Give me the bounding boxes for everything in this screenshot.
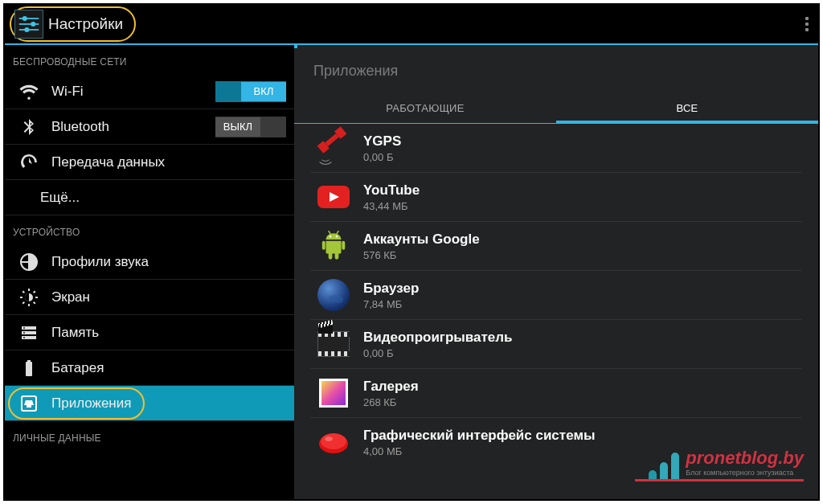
- svg-point-3: [31, 22, 35, 27]
- svg-rect-22: [26, 362, 32, 376]
- app-name: Аккаунты Google: [363, 232, 802, 248]
- storage-icon: [19, 323, 39, 342]
- app-name: Галерея: [363, 379, 802, 395]
- app-row-browser[interactable]: Браузер 7,84 МБ: [310, 271, 802, 320]
- wifi-label: Wi-Fi: [51, 84, 215, 100]
- app-size: 0,00 Б: [363, 151, 802, 163]
- sidebar-item-more[interactable]: Ещё...: [5, 180, 294, 215]
- bluetooth-toggle[interactable]: ВЫКЛ: [215, 117, 286, 137]
- video-player-icon: [317, 327, 350, 361]
- youtube-icon: [317, 180, 350, 214]
- display-label: Экран: [51, 289, 286, 305]
- svg-rect-23: [27, 360, 31, 362]
- svg-line-11: [34, 301, 35, 303]
- sidebar-item-battery[interactable]: Батарея: [5, 350, 294, 386]
- content-title: Приложения: [294, 45, 818, 91]
- page-title: Настройки: [48, 15, 123, 33]
- apps-icon: [19, 394, 39, 413]
- battery-icon: [19, 359, 39, 378]
- svg-line-30: [337, 231, 338, 234]
- app-size: 576 КБ: [363, 249, 802, 261]
- svg-point-5: [24, 27, 29, 32]
- svg-point-31: [330, 236, 332, 238]
- wifi-icon: [19, 82, 39, 101]
- battery-label: Батарея: [51, 360, 286, 376]
- app-name: Браузер: [363, 281, 802, 297]
- settings-icon: [14, 10, 43, 39]
- svg-rect-0: [19, 18, 39, 19]
- svg-point-34: [321, 433, 346, 449]
- svg-point-35: [325, 436, 333, 441]
- app-row-youtube[interactable]: YouTube 43,44 МБ: [310, 173, 802, 222]
- app-size: 268 КБ: [363, 396, 802, 408]
- sidebar-item-data-usage[interactable]: Передача данных: [5, 145, 294, 180]
- app-row-ygps[interactable]: YGPS 0,00 Б: [310, 124, 802, 173]
- svg-rect-26: [27, 405, 31, 408]
- content-pane: Приложения РАБОТАЮЩИЕ ВСЕ YGPS 0,00 Б Yo…: [294, 45, 818, 499]
- app-row-google-accounts[interactable]: Аккаунты Google 576 КБ: [310, 222, 802, 271]
- gallery-icon: [317, 376, 350, 410]
- audio-profiles-icon: [19, 252, 39, 272]
- audio-profiles-label: Профили звука: [51, 254, 286, 270]
- display-icon: [19, 288, 39, 307]
- sidebar-item-bluetooth[interactable]: Bluetooth ВЫКЛ: [5, 109, 294, 145]
- section-personal-header: ЛИЧНЫЕ ДАННЫЕ: [5, 421, 294, 450]
- sidebar-item-wifi[interactable]: Wi-Fi ВКЛ: [5, 74, 294, 109]
- svg-marker-25: [24, 400, 34, 405]
- svg-point-1: [23, 16, 27, 21]
- data-usage-icon: [19, 153, 39, 172]
- app-name: YouTube: [363, 182, 802, 199]
- apps-tabs: РАБОТАЮЩИЕ ВСЕ: [294, 91, 818, 124]
- sidebar-item-display[interactable]: Экран: [5, 280, 294, 315]
- svg-rect-28: [342, 241, 345, 250]
- sidebar-item-storage[interactable]: Память: [5, 315, 294, 350]
- svg-point-32: [336, 236, 338, 238]
- app-name: YGPS: [363, 133, 802, 150]
- tab-all[interactable]: ВСЕ: [556, 94, 818, 124]
- app-row-video-player[interactable]: Видеопроигрыватель 0,00 Б: [310, 320, 802, 369]
- header-title-highlight: Настройки: [10, 6, 136, 42]
- app-size: 43,44 МБ: [363, 200, 802, 212]
- svg-rect-2: [19, 23, 39, 25]
- storage-label: Память: [51, 325, 286, 341]
- app-list[interactable]: YGPS 0,00 Б YouTube 43,44 МБ Аккаунты Go…: [294, 124, 818, 499]
- browser-icon: [317, 278, 350, 312]
- app-size: 4,00 МБ: [363, 445, 802, 457]
- app-size: 7,84 МБ: [363, 298, 802, 310]
- svg-point-21: [23, 337, 25, 338]
- app-name: Видеопроигрыватель: [363, 330, 802, 346]
- ygps-icon: [317, 131, 350, 165]
- svg-line-29: [329, 231, 330, 234]
- section-wireless-header: БЕСПРОВОДНЫЕ СЕТИ: [5, 45, 294, 74]
- overflow-menu-icon[interactable]: [805, 17, 809, 31]
- app-row-system-ui[interactable]: Графический интерфейс системы 4,00 МБ: [310, 418, 802, 466]
- svg-rect-27: [322, 241, 326, 250]
- apps-label: Приложения: [51, 395, 286, 412]
- app-row-gallery[interactable]: Галерея 268 КБ: [310, 369, 802, 418]
- jellybean-icon: [317, 425, 350, 459]
- svg-line-10: [23, 291, 24, 293]
- wifi-toggle[interactable]: ВКЛ: [215, 81, 286, 102]
- more-label: Ещё...: [40, 190, 286, 206]
- svg-line-14: [23, 301, 24, 303]
- android-icon: [317, 229, 350, 263]
- data-usage-label: Передача данных: [51, 154, 286, 170]
- settings-sidebar: БЕСПРОВОДНЫЕ СЕТИ Wi-Fi ВКЛ Bluetooth ВЫ…: [5, 45, 294, 499]
- svg-point-19: [23, 327, 25, 329]
- svg-point-20: [23, 332, 25, 334]
- sidebar-item-apps[interactable]: Приложения: [5, 386, 294, 421]
- bluetooth-icon: [19, 117, 39, 137]
- tab-running[interactable]: РАБОТАЮЩИЕ: [294, 94, 556, 123]
- svg-line-15: [34, 291, 35, 293]
- bluetooth-label: Bluetooth: [51, 119, 215, 135]
- section-device-header: УСТРОЙСТВО: [5, 215, 294, 244]
- sidebar-item-audio-profiles[interactable]: Профили звука: [5, 244, 294, 280]
- app-name: Графический интерфейс системы: [363, 428, 802, 444]
- app-size: 0,00 Б: [363, 347, 802, 359]
- app-header: Настройки: [5, 5, 818, 45]
